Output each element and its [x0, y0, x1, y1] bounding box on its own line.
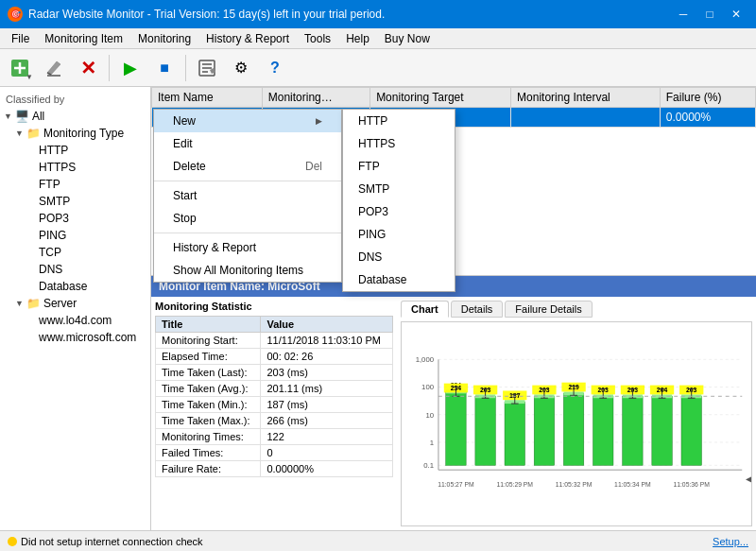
menu-bar: FileMonitoring ItemMonitoringHistory & R…	[0, 28, 756, 49]
node-label: POP3	[39, 212, 69, 225]
svg-text:11:05:32 PM: 11:05:32 PM	[556, 481, 593, 488]
stat-value: 201.11 (ms)	[261, 381, 393, 397]
status-message: Did not setup internet connection check	[21, 536, 203, 547]
folder-icon: 📁	[26, 297, 41, 310]
svg-text:11:05:36 PM: 11:05:36 PM	[673, 481, 710, 488]
menu-item-history&report[interactable]: History & Report	[198, 28, 297, 48]
submenu-item-https[interactable]: HTTPS	[343, 132, 455, 155]
expand-icon: ▼	[15, 129, 24, 138]
node-label: HTTP	[39, 144, 68, 157]
status-bar: Did not setup internet connection check …	[0, 530, 756, 551]
delete-button[interactable]: ✕	[72, 52, 104, 84]
stats-col-title: Title	[156, 317, 261, 333]
edit2-button[interactable]	[191, 52, 223, 84]
sidebar-item-https[interactable]: HTTPS	[0, 159, 150, 176]
sidebar-item-database[interactable]: Database	[0, 278, 150, 295]
stats-row: Time Taken (Avg.):201.11 (ms)	[156, 381, 393, 397]
node-label: TCP	[39, 246, 61, 259]
folder-icon: 🖥️	[15, 110, 29, 123]
bottom-content: Monitoring Statistic Title Value Monitor…	[151, 297, 756, 530]
sidebar-item-smtp[interactable]: SMTP	[0, 193, 150, 210]
tree-container: ▼ 🖥️ All▼ 📁 Monitoring Type HTTP HTTPS F…	[0, 108, 150, 346]
sidebar-item-http[interactable]: HTTP	[0, 142, 150, 159]
col-header: Monitoring…	[262, 88, 369, 108]
ctx-item-start[interactable]: Start	[154, 184, 341, 207]
stat-value: 266 (ms)	[261, 413, 393, 429]
chart-tab-details[interactable]: Details	[451, 301, 504, 318]
stat-title: Time Taken (Avg.):	[156, 381, 261, 397]
node-label: Monitoring Type	[43, 127, 124, 140]
sidebar-item-lo4d[interactable]: www.lo4d.com	[0, 312, 150, 329]
stat-value: 187 (ms)	[261, 397, 393, 413]
sidebar-item-monitoring-type[interactable]: ▼ 📁 Monitoring Type	[0, 125, 150, 142]
add-button[interactable]: ▼	[4, 52, 36, 84]
node-label: DNS	[39, 263, 62, 276]
ctx-item-history-&-report[interactable]: History & Report	[154, 236, 341, 259]
submenu-item-dns[interactable]: DNS	[343, 246, 455, 268]
start-button[interactable]: ▶	[114, 52, 146, 84]
close-button[interactable]: ✕	[724, 5, 748, 24]
menu-item-monitoringitem[interactable]: Monitoring Item	[37, 28, 130, 48]
help-button[interactable]: ?	[259, 52, 291, 84]
menu-item-file[interactable]: File	[4, 28, 37, 48]
sidebar: Classified by ▼ 🖥️ All▼ 📁 Monitoring Typ…	[0, 87, 151, 530]
chart-tab-failure-details[interactable]: Failure Details	[505, 301, 592, 318]
menu-item-buynow[interactable]: Buy Now	[377, 28, 438, 48]
ctx-label: Start	[173, 189, 197, 202]
folder-icon: 📁	[26, 127, 41, 140]
submenu-item-smtp[interactable]: SMTP	[343, 178, 455, 200]
stat-title: Time Taken (Min.):	[156, 397, 261, 413]
stat-title: Monitoring Times:	[156, 429, 261, 445]
sidebar-item-dns[interactable]: DNS	[0, 261, 150, 278]
title-bar: 🎯 Radar Website Monitor - Trial Version:…	[0, 0, 756, 28]
sidebar-item-all[interactable]: ▼ 🖥️ All	[0, 108, 150, 125]
submenu-item-ftp[interactable]: FTP	[343, 155, 455, 178]
ctx-item-new[interactable]: New	[154, 110, 341, 132]
minimize-button[interactable]: ─	[671, 5, 696, 24]
node-label: www.microsoft.com	[39, 331, 136, 344]
submenu-item-http[interactable]: HTTP	[343, 110, 455, 132]
ctx-item-stop[interactable]: Stop	[154, 207, 341, 230]
table-cell: 0.0000%	[660, 108, 755, 128]
status-dot	[8, 537, 17, 546]
menu-item-help[interactable]: Help	[338, 28, 377, 48]
stats-panel: Monitoring Statistic Title Value Monitor…	[151, 297, 397, 530]
submenu-item-pop3[interactable]: POP3	[343, 200, 455, 223]
ctx-label: Edit	[173, 137, 193, 150]
ctx-label: Show All Monitoring Items	[173, 264, 303, 277]
app-icon: 🎯	[8, 7, 23, 22]
stat-value: 00: 02: 26	[261, 349, 393, 365]
sidebar-item-microsoft[interactable]: www.microsoft.com	[0, 329, 150, 346]
chart-tab-chart[interactable]: Chart	[401, 301, 449, 318]
node-label: FTP	[39, 178, 60, 191]
sidebar-item-pop3[interactable]: POP3	[0, 210, 150, 227]
toolbar: ▼ ✕ ▶ ■ ⚙ ?	[0, 49, 756, 87]
sidebar-item-ftp[interactable]: FTP	[0, 176, 150, 193]
menu-item-monitoring[interactable]: Monitoring	[130, 28, 198, 48]
setup-link[interactable]: Setup...	[713, 536, 748, 547]
sidebar-item-server[interactable]: ▼ 📁 Server	[0, 295, 150, 312]
stats-table: Title Value Monitoring Start:11/11/2018 …	[155, 316, 393, 477]
stats-col-value: Value	[261, 317, 393, 333]
ctx-item-delete[interactable]: DeleteDel	[154, 155, 341, 178]
stats-title: Monitoring Statistic	[155, 301, 393, 312]
sidebar-item-tcp[interactable]: TCP	[0, 244, 150, 261]
node-label: PING	[39, 229, 66, 242]
menu-item-tools[interactable]: Tools	[297, 28, 338, 48]
submenu-item-ping[interactable]: PING	[343, 223, 455, 246]
col-header: Item Name	[152, 88, 263, 108]
settings-button[interactable]: ⚙	[225, 52, 257, 84]
title-bar-left: 🎯 Radar Website Monitor - Trial Version:…	[8, 7, 385, 22]
ctx-item-edit[interactable]: Edit	[154, 132, 341, 155]
submenu-item-database[interactable]: Database	[343, 268, 455, 291]
maximize-button[interactable]: □	[697, 5, 722, 24]
bottom-panel: Monitor Item Name: MicroSoft Monitoring …	[151, 276, 756, 530]
node-label: SMTP	[39, 195, 70, 208]
sidebar-item-ping[interactable]: PING	[0, 227, 150, 244]
col-header: Failure (%)	[660, 88, 755, 108]
edit-button[interactable]	[38, 52, 70, 84]
col-header: Monitoring Interval	[511, 88, 661, 108]
stat-title: Failed Times:	[156, 445, 261, 461]
stop-button[interactable]: ■	[148, 52, 180, 84]
ctx-item-show-all-monitoring-items[interactable]: Show All Monitoring Items	[154, 259, 341, 282]
